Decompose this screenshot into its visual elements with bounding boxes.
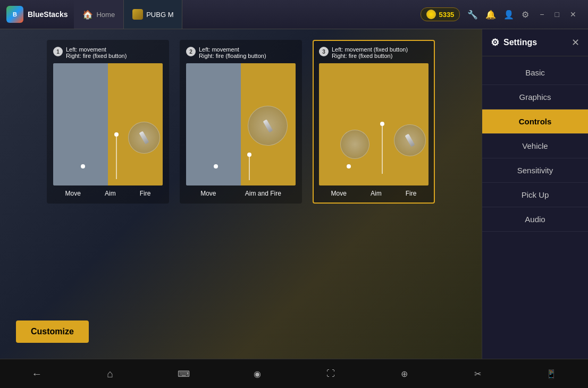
menu-item-audio[interactable]: Audio bbox=[482, 207, 588, 232]
menu-item-basic[interactable]: Basic bbox=[482, 61, 588, 85]
move-dot-3 bbox=[347, 164, 351, 168]
main-area: 1 Left: movement Right: fire (fixed butt… bbox=[0, 29, 588, 359]
control-card-3[interactable]: 3 Left: movement (fixed button) Right: f… bbox=[313, 40, 435, 204]
card-num-3: 3 bbox=[319, 47, 329, 56]
fire-circle-1 bbox=[128, 122, 160, 154]
card-num-2: 2 bbox=[186, 47, 196, 56]
aim-line-1 bbox=[116, 137, 117, 179]
bluestacks-logo: B bbox=[6, 6, 23, 23]
window-controls: − □ ✕ bbox=[536, 9, 579, 20]
aim-circle-3 bbox=[340, 130, 369, 159]
menu-item-sensitivity[interactable]: Sensitivity bbox=[482, 158, 588, 183]
tab-bar: 🏠 Home PUBG M bbox=[74, 0, 412, 29]
title-bar: B BlueStacks 🏠 Home PUBG M 5335 🔧 🔔 👤 ⚙ … bbox=[0, 0, 588, 29]
menu-item-controls[interactable]: Controls bbox=[482, 109, 588, 134]
location-button[interactable]: ⊕ bbox=[393, 363, 415, 384]
card-bg-3 bbox=[319, 63, 429, 185]
card-preview-1 bbox=[53, 63, 163, 185]
settings-icon[interactable]: 🔧 bbox=[467, 10, 478, 20]
card-header-3: 3 Left: movement (fixed button) Right: f… bbox=[319, 46, 429, 59]
menu-item-graphics[interactable]: Graphics bbox=[482, 85, 588, 109]
bullet-3 bbox=[405, 134, 415, 147]
eye-button[interactable]: ◉ bbox=[247, 363, 268, 384]
tab-pubg[interactable]: PUBG M bbox=[124, 0, 182, 29]
aim-line-3 bbox=[382, 126, 383, 174]
phone-button[interactable]: 📱 bbox=[541, 363, 562, 384]
aim-fire-circle-2 bbox=[248, 106, 288, 146]
aim-dot-1 bbox=[114, 132, 119, 137]
tab-home[interactable]: 🏠 Home bbox=[74, 0, 124, 29]
notification-icon[interactable]: 🔔 bbox=[485, 10, 496, 20]
app-branding: B BlueStacks bbox=[0, 6, 74, 23]
move-dot-1 bbox=[81, 164, 85, 168]
title-bar-right: 5335 🔧 🔔 👤 ⚙ − □ ✕ bbox=[412, 7, 588, 21]
card-labels-3: Move Aim Fire bbox=[319, 190, 429, 197]
bullet-1 bbox=[139, 131, 149, 145]
scissors-button[interactable]: ✂ bbox=[467, 363, 489, 384]
card-num-1: 1 bbox=[53, 47, 63, 56]
fullscreen-button[interactable]: ⛶ bbox=[320, 363, 341, 384]
settings-gear-icon: ⚙ bbox=[491, 37, 499, 48]
minimize-button[interactable]: − bbox=[536, 9, 547, 20]
tab-pubg-label: PUBG M bbox=[146, 11, 173, 19]
back-button[interactable]: ← bbox=[26, 363, 47, 384]
card-header-1: 1 Left: movement Right: fire (fixed butt… bbox=[53, 46, 163, 59]
card-preview-3 bbox=[319, 63, 429, 185]
settings-title-label: Settings bbox=[503, 38, 537, 47]
close-button[interactable]: ✕ bbox=[567, 9, 579, 20]
coin-area: 5335 bbox=[421, 7, 460, 21]
settings-menu: Basic Graphics Controls Vehicle Sensitiv… bbox=[482, 56, 588, 236]
settings-close-button[interactable]: ✕ bbox=[572, 37, 579, 48]
card-labels-1: Move Aim Fire bbox=[53, 190, 163, 197]
control-card-2[interactable]: 2 Left: movement Right: fire (floating b… bbox=[180, 40, 302, 204]
card-desc-1: Left: movement Right: fire (fixed button… bbox=[66, 46, 127, 59]
menu-item-vehicle[interactable]: Vehicle bbox=[482, 134, 588, 158]
card-desc-3: Left: movement (fixed button) Right: fir… bbox=[332, 46, 408, 59]
cards-container: 1 Left: movement Right: fire (fixed butt… bbox=[0, 29, 482, 306]
app-name: BlueStacks bbox=[28, 10, 68, 19]
tab-home-label: Home bbox=[96, 11, 115, 19]
keyboard-button[interactable]: ⌨ bbox=[173, 363, 195, 384]
maximize-button[interactable]: □ bbox=[552, 9, 562, 20]
aim-dot-3 bbox=[380, 122, 384, 126]
pubg-icon bbox=[132, 9, 143, 20]
settings-title: ⚙ Settings bbox=[491, 37, 537, 48]
gear-icon[interactable]: ⚙ bbox=[522, 10, 529, 20]
home-button[interactable]: ⌂ bbox=[99, 363, 121, 384]
game-area: 1 Left: movement Right: fire (fixed butt… bbox=[0, 29, 482, 359]
card-labels-2: Move Aim and Fire bbox=[186, 190, 296, 197]
bullet-2 bbox=[263, 119, 273, 132]
bottom-bar: ← ⌂ ⌨ ◉ ⛶ ⊕ ✂ 📱 bbox=[0, 359, 588, 388]
control-card-1[interactable]: 1 Left: movement Right: fire (fixed butt… bbox=[47, 40, 169, 204]
aim-dot-2 bbox=[247, 153, 251, 157]
account-icon[interactable]: 👤 bbox=[503, 10, 514, 20]
coin-amount: 5335 bbox=[439, 11, 454, 19]
card-header-2: 2 Left: movement Right: fire (floating b… bbox=[186, 46, 296, 59]
settings-panel: ⚙ Settings ✕ Basic Graphics Controls Veh… bbox=[482, 29, 588, 359]
settings-header: ⚙ Settings ✕ bbox=[482, 29, 588, 56]
card-preview-2 bbox=[186, 63, 296, 185]
move-dot-2 bbox=[214, 164, 218, 168]
customize-button[interactable]: Customize bbox=[16, 320, 89, 343]
card-desc-2: Left: movement Right: fire (floating but… bbox=[199, 46, 266, 59]
coin-icon bbox=[426, 10, 436, 19]
menu-item-pickup[interactable]: Pick Up bbox=[482, 183, 588, 207]
aim-line-2 bbox=[249, 154, 250, 180]
fire-circle-3 bbox=[394, 124, 426, 156]
